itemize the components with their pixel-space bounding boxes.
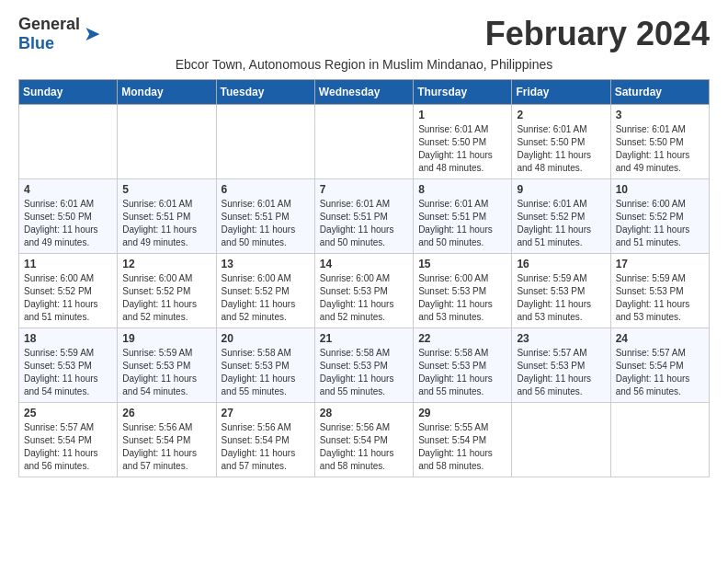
day-info: Sunrise: 6:01 AM Sunset: 5:51 PM Dayligh… [122,198,210,249]
calendar-cell: 21Sunrise: 5:58 AM Sunset: 5:53 PM Dayli… [314,328,413,403]
day-number: 2 [517,109,605,121]
day-number: 18 [24,332,112,345]
calendar-cell [19,105,118,179]
day-number: 11 [24,258,112,270]
calendar-table: SundayMondayTuesdayWednesdayThursdayFrid… [18,79,710,477]
day-number: 12 [122,258,210,270]
day-number: 26 [122,407,210,419]
day-number: 6 [222,183,310,196]
day-number: 28 [320,407,408,419]
day-number: 15 [418,258,506,270]
calendar-week-row: 11Sunrise: 6:00 AM Sunset: 5:52 PM Dayli… [19,254,710,328]
day-number: 23 [517,332,605,345]
day-of-week-header: Wednesday [314,80,413,105]
day-info: Sunrise: 6:01 AM Sunset: 5:50 PM Dayligh… [517,123,605,175]
day-number: 29 [418,407,506,419]
day-info: Sunrise: 6:01 AM Sunset: 5:50 PM Dayligh… [616,123,704,175]
calendar-subtitle: Ebcor Town, Autonomous Region in Muslim … [18,57,710,72]
day-info: Sunrise: 5:56 AM Sunset: 5:54 PM Dayligh… [320,421,408,473]
calendar-cell: 22Sunrise: 5:58 AM Sunset: 5:53 PM Dayli… [414,328,512,403]
calendar-cell [118,105,216,179]
day-of-week-header: Sunday [19,80,118,105]
calendar-cell [610,403,709,477]
calendar-cell: 19Sunrise: 5:59 AM Sunset: 5:53 PM Dayli… [118,328,216,403]
day-info: Sunrise: 6:00 AM Sunset: 5:53 PM Dayligh… [320,272,408,324]
day-info: Sunrise: 5:59 AM Sunset: 5:53 PM Dayligh… [517,272,605,324]
calendar-cell: 28Sunrise: 5:56 AM Sunset: 5:54 PM Dayli… [314,403,413,477]
day-number: 17 [616,258,704,270]
calendar-cell: 8Sunrise: 6:01 AM Sunset: 5:51 PM Daylig… [414,179,512,254]
day-number: 3 [616,109,704,121]
day-number: 10 [616,183,704,196]
calendar-cell: 18Sunrise: 5:59 AM Sunset: 5:53 PM Dayli… [19,328,118,403]
day-info: Sunrise: 6:01 AM Sunset: 5:52 PM Dayligh… [517,198,605,249]
day-number: 8 [418,183,506,196]
day-number: 13 [222,258,310,270]
month-title: February 2024 [485,15,710,53]
day-info: Sunrise: 6:01 AM Sunset: 5:50 PM Dayligh… [24,198,112,249]
day-info: Sunrise: 6:00 AM Sunset: 5:52 PM Dayligh… [122,272,210,324]
calendar-cell: 4Sunrise: 6:01 AM Sunset: 5:50 PM Daylig… [19,179,118,254]
header: General Blue ➤ February 2024 [18,15,710,53]
day-info: Sunrise: 6:00 AM Sunset: 5:52 PM Dayligh… [222,272,310,324]
day-info: Sunrise: 6:00 AM Sunset: 5:53 PM Dayligh… [418,272,506,324]
calendar-cell: 3Sunrise: 6:01 AM Sunset: 5:50 PM Daylig… [610,105,709,179]
day-info: Sunrise: 5:55 AM Sunset: 5:54 PM Dayligh… [418,421,506,473]
calendar-cell: 2Sunrise: 6:01 AM Sunset: 5:50 PM Daylig… [512,105,610,179]
day-info: Sunrise: 5:59 AM Sunset: 5:53 PM Dayligh… [24,347,112,398]
day-info: Sunrise: 5:56 AM Sunset: 5:54 PM Dayligh… [222,421,310,473]
day-info: Sunrise: 5:57 AM Sunset: 5:53 PM Dayligh… [517,347,605,398]
calendar-week-row: 1Sunrise: 6:01 AM Sunset: 5:50 PM Daylig… [19,105,710,179]
day-number: 4 [24,183,112,196]
calendar-cell: 20Sunrise: 5:58 AM Sunset: 5:53 PM Dayli… [216,328,314,403]
day-info: Sunrise: 6:01 AM Sunset: 5:50 PM Dayligh… [418,123,506,175]
day-info: Sunrise: 5:58 AM Sunset: 5:53 PM Dayligh… [222,347,310,398]
day-of-week-header: Thursday [414,80,512,105]
calendar-cell: 24Sunrise: 5:57 AM Sunset: 5:54 PM Dayli… [610,328,709,403]
day-info: Sunrise: 5:57 AM Sunset: 5:54 PM Dayligh… [616,347,704,398]
day-info: Sunrise: 6:00 AM Sunset: 5:52 PM Dayligh… [616,198,704,249]
calendar-week-row: 25Sunrise: 5:57 AM Sunset: 5:54 PM Dayli… [19,403,710,477]
day-number: 20 [222,332,310,345]
calendar-cell: 27Sunrise: 5:56 AM Sunset: 5:54 PM Dayli… [216,403,314,477]
day-info: Sunrise: 5:59 AM Sunset: 5:53 PM Dayligh… [616,272,704,324]
calendar-week-row: 4Sunrise: 6:01 AM Sunset: 5:50 PM Daylig… [19,179,710,254]
day-number: 25 [24,407,112,419]
day-number: 27 [222,407,310,419]
day-number: 14 [320,258,408,270]
calendar-cell: 13Sunrise: 6:00 AM Sunset: 5:52 PM Dayli… [216,254,314,328]
logo-general-text: General [18,15,80,33]
logo-blue-text: Blue [18,34,54,52]
calendar-cell: 23Sunrise: 5:57 AM Sunset: 5:53 PM Dayli… [512,328,610,403]
day-info: Sunrise: 6:01 AM Sunset: 5:51 PM Dayligh… [418,198,506,249]
day-number: 24 [616,332,704,345]
day-number: 7 [320,183,408,196]
calendar-cell: 15Sunrise: 6:00 AM Sunset: 5:53 PM Dayli… [414,254,512,328]
calendar-cell: 5Sunrise: 6:01 AM Sunset: 5:51 PM Daylig… [118,179,216,254]
day-of-week-header: Saturday [610,80,709,105]
calendar-cell: 16Sunrise: 5:59 AM Sunset: 5:53 PM Dayli… [512,254,610,328]
calendar-cell: 17Sunrise: 5:59 AM Sunset: 5:53 PM Dayli… [610,254,709,328]
calendar-cell: 7Sunrise: 6:01 AM Sunset: 5:51 PM Daylig… [314,179,413,254]
calendar-cell: 1Sunrise: 6:01 AM Sunset: 5:50 PM Daylig… [414,105,512,179]
day-info: Sunrise: 5:58 AM Sunset: 5:53 PM Dayligh… [418,347,506,398]
calendar-cell [216,105,314,179]
day-info: Sunrise: 5:57 AM Sunset: 5:54 PM Dayligh… [24,421,112,473]
day-info: Sunrise: 5:58 AM Sunset: 5:53 PM Dayligh… [320,347,408,398]
day-number: 16 [517,258,605,270]
calendar-cell: 26Sunrise: 5:56 AM Sunset: 5:54 PM Dayli… [118,403,216,477]
day-info: Sunrise: 6:01 AM Sunset: 5:51 PM Dayligh… [222,198,310,249]
day-of-week-header: Monday [118,80,216,105]
calendar-cell: 12Sunrise: 6:00 AM Sunset: 5:52 PM Dayli… [118,254,216,328]
day-number: 19 [122,332,210,345]
day-info: Sunrise: 6:01 AM Sunset: 5:51 PM Dayligh… [320,198,408,249]
day-info: Sunrise: 5:59 AM Sunset: 5:53 PM Dayligh… [122,347,210,398]
calendar-cell [512,403,610,477]
calendar-cell [314,105,413,179]
calendar-cell: 14Sunrise: 6:00 AM Sunset: 5:53 PM Dayli… [314,254,413,328]
calendar-cell: 25Sunrise: 5:57 AM Sunset: 5:54 PM Dayli… [19,403,118,477]
day-number: 21 [320,332,408,345]
calendar-cell: 29Sunrise: 5:55 AM Sunset: 5:54 PM Dayli… [414,403,512,477]
calendar-week-row: 18Sunrise: 5:59 AM Sunset: 5:53 PM Dayli… [19,328,710,403]
day-number: 5 [122,183,210,196]
